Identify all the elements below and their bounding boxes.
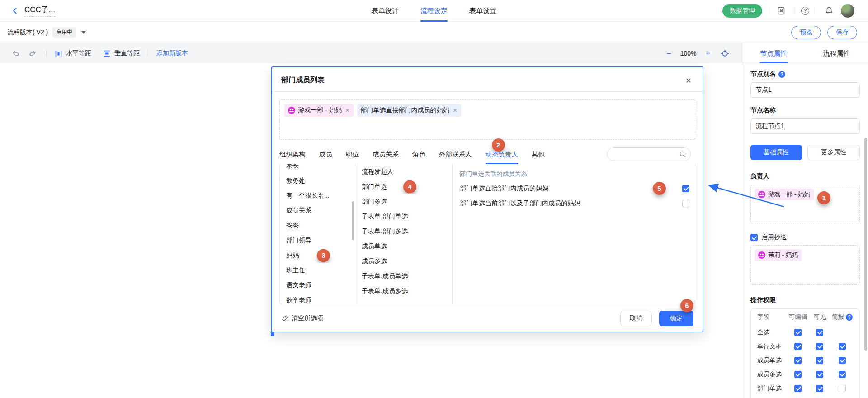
add-version-button[interactable]: 添加新版本 xyxy=(156,49,188,57)
member-list-item[interactable]: 部门单选 4 xyxy=(355,179,452,194)
avatar[interactable] xyxy=(841,4,854,18)
cc-tag[interactable]: 茉莉 - 妈妈 xyxy=(755,249,802,261)
data-manage-button[interactable]: 数据管理 xyxy=(722,4,762,18)
save-button[interactable]: 保存 xyxy=(827,26,857,39)
help-icon[interactable]: ? xyxy=(846,314,853,321)
member-list-item[interactable]: 妈妈 3 xyxy=(280,248,355,263)
more-properties-button[interactable]: 更多属性 xyxy=(807,145,860,160)
visible-checkbox[interactable] xyxy=(816,357,823,364)
cancel-button[interactable]: 取消 xyxy=(620,311,652,326)
member-list-item[interactable]: 子表单.部门单选 xyxy=(355,209,452,224)
editable-checkbox[interactable] xyxy=(794,329,802,336)
dialog-title: 部门成员列表 xyxy=(281,76,325,84)
editable-checkbox[interactable] xyxy=(794,385,802,392)
permissions-rows: 全选 单行文本 成员单选 成员多选 部门单选 xyxy=(755,325,855,398)
selected-tag[interactable]: 部门单选直接部门内成员的妈妈 ✕ xyxy=(357,104,461,117)
relation-options: 部门单选关联的成员关系 部门单选直接部门内成员的妈妈 5 部门单选当前部门以及子… xyxy=(453,164,695,304)
member-list-item[interactable]: 成员多选 xyxy=(355,254,452,269)
member-list-item[interactable]: 子表单.成员多选 xyxy=(355,284,452,298)
clear-selection-button[interactable]: 清空所选项 xyxy=(281,314,323,322)
top-nav-tab[interactable]: 表单设置 xyxy=(469,0,496,22)
top-nav-tab[interactable]: 流程设定 xyxy=(420,0,448,22)
selected-items-area[interactable]: 游戏一部 - 妈妈 ✕ 部门单选直接部门内成员的妈妈 ✕ xyxy=(279,99,695,140)
remove-tag-icon[interactable]: ✕ xyxy=(345,107,349,114)
preview-button[interactable]: 预览 xyxy=(791,26,821,39)
visible-checkbox[interactable] xyxy=(816,385,823,392)
owner-tag[interactable]: 游戏一部 - 妈妈 xyxy=(755,189,814,200)
zoom-out-button[interactable]: − xyxy=(666,49,671,57)
undo-icon[interactable] xyxy=(10,48,21,59)
top-nav-tab[interactable]: 表单设计 xyxy=(372,0,399,22)
member-list-item[interactable]: 流程发起人 xyxy=(355,164,452,179)
selection-handle xyxy=(271,332,274,336)
panel-scrollbar[interactable] xyxy=(864,138,867,351)
owner-field[interactable]: 游戏一部 - 妈妈 1 xyxy=(750,185,860,224)
modal-tab[interactable]: 成员关系 xyxy=(373,144,399,164)
locate-icon[interactable] xyxy=(719,48,730,59)
member-list-item[interactable]: 班主任 xyxy=(280,263,355,278)
visible-checkbox[interactable] xyxy=(816,371,823,378)
divider xyxy=(769,7,769,14)
zoom-in-button[interactable]: + xyxy=(705,49,710,57)
close-icon[interactable]: ✕ xyxy=(684,76,693,85)
modal-tab-label: 外部联系人 xyxy=(439,151,472,158)
member-list-item[interactable]: 子表单.部门多选 xyxy=(355,224,452,239)
dialog-header: 部门成员列表 ✕ xyxy=(272,67,703,92)
member-list-item[interactable]: 爸爸 xyxy=(280,218,355,233)
editable-checkbox[interactable] xyxy=(794,371,802,378)
help-icon[interactable]: ? xyxy=(778,71,785,78)
relation-option-checkbox[interactable] xyxy=(682,185,689,192)
panel-tab[interactable]: 流程属性 xyxy=(805,43,868,63)
cc-field[interactable]: 茉莉 - 妈妈 xyxy=(750,245,860,285)
member-list-item[interactable]: 语文老师 xyxy=(280,278,355,293)
brief-checkbox[interactable] xyxy=(839,343,846,350)
visible-checkbox[interactable] xyxy=(816,329,823,336)
member-list-item[interactable]: 子表单.成员单选 xyxy=(355,269,452,284)
field-list: 流程发起人 部门单选 4 部门多选 子表单.部门单选 子表单.部门多选 成员单选… xyxy=(355,164,453,304)
brief-checkbox[interactable] xyxy=(839,385,846,392)
member-list-item[interactable]: 教务处 xyxy=(280,173,355,188)
confirm-button[interactable]: 确定 6 xyxy=(659,311,693,326)
remove-tag-icon[interactable]: ✕ xyxy=(453,107,458,114)
visible-checkbox[interactable] xyxy=(816,343,823,350)
member-list-item[interactable]: 有一个很长名... xyxy=(280,188,355,203)
member-list-item[interactable]: 家长 xyxy=(280,164,355,173)
vertical-spacing-button[interactable]: 垂直等距 xyxy=(103,49,140,57)
relation-option-row[interactable]: 部门单选当前部门以及子部门内成员的妈妈 xyxy=(453,196,695,211)
search-input[interactable] xyxy=(607,148,690,161)
relation-option-row[interactable]: 部门单选直接部门内成员的妈妈 5 xyxy=(453,181,695,196)
member-list-item[interactable]: 成员单选 xyxy=(355,239,452,254)
modal-tab[interactable]: 角色 xyxy=(412,144,425,164)
member-list-item[interactable]: 数学老师 xyxy=(280,293,355,304)
modal-tab[interactable]: 动态负责人 2 xyxy=(486,144,519,164)
modal-tab[interactable]: 其他 xyxy=(532,144,545,164)
relation-option-checkbox[interactable] xyxy=(682,200,689,207)
editable-checkbox[interactable] xyxy=(794,357,802,364)
modal-tab[interactable]: 外部联系人 xyxy=(439,144,472,164)
editable-checkbox[interactable] xyxy=(794,343,802,350)
panel-tab[interactable]: 节点属性 xyxy=(742,43,805,63)
redo-icon[interactable] xyxy=(27,48,38,59)
member-list-item[interactable]: 成员关系 xyxy=(280,203,355,218)
basic-properties-button[interactable]: 基础属性 xyxy=(750,145,802,160)
member-list-item[interactable]: 部门领导 xyxy=(280,233,355,248)
member-list-item[interactable]: 部门多选 xyxy=(355,194,452,209)
back-icon[interactable] xyxy=(11,7,19,15)
modal-tab[interactable]: 成员 xyxy=(319,144,332,164)
divider xyxy=(46,50,47,57)
modal-tab[interactable]: 职位 xyxy=(346,144,359,164)
brief-checkbox[interactable] xyxy=(839,357,846,364)
contacts-icon[interactable] xyxy=(776,6,786,16)
list-scrollbar[interactable] xyxy=(352,201,354,240)
selected-tag[interactable]: 游戏一部 - 妈妈 ✕ xyxy=(284,104,354,117)
horizontal-spacing-button[interactable]: 水平等距 xyxy=(55,49,91,57)
node-alias-input[interactable] xyxy=(750,82,860,98)
chevron-down-icon[interactable] xyxy=(81,31,86,34)
node-name-input[interactable] xyxy=(750,118,860,134)
modal-tab-label: 动态负责人 xyxy=(486,151,519,158)
modal-tab[interactable]: 组织架构 xyxy=(279,144,306,164)
brief-checkbox[interactable] xyxy=(839,371,846,378)
bell-icon[interactable] xyxy=(824,6,834,16)
help-icon[interactable]: ? xyxy=(800,6,810,16)
cc-checkbox[interactable] xyxy=(750,234,758,241)
